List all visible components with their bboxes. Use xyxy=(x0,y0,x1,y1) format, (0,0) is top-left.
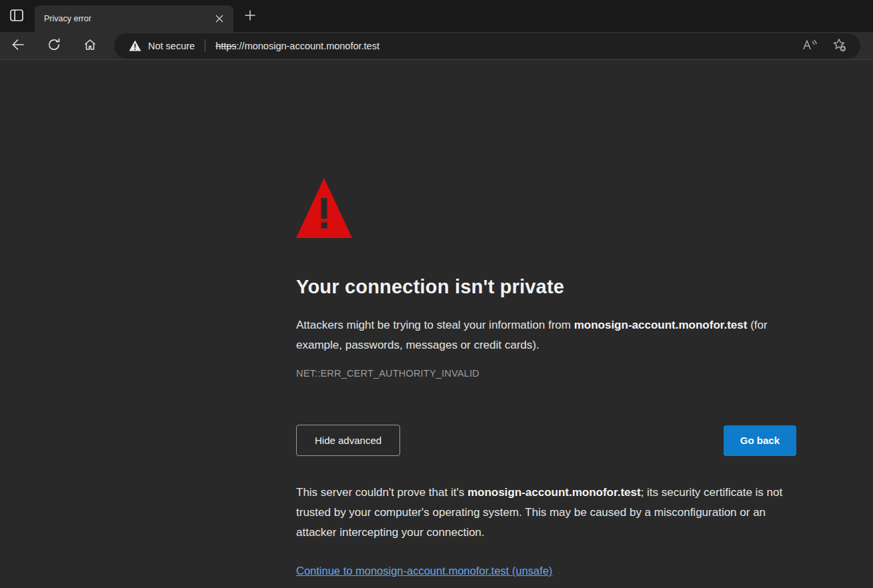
advanced-detail-domain: monosign-account.monofor.test xyxy=(468,486,641,499)
tab-privacy-error[interactable]: Privacy error xyxy=(35,5,233,32)
error-page: Your connection isn't private Attackers … xyxy=(0,60,873,587)
error-code: NET::ERR_CERT_AUTHORITY_INVALID xyxy=(296,368,796,379)
hide-advanced-button[interactable]: Hide advanced xyxy=(296,425,400,456)
new-tab-button[interactable] xyxy=(239,5,261,27)
refresh-icon xyxy=(47,38,61,53)
plus-icon xyxy=(245,10,255,23)
read-aloud-button[interactable] xyxy=(799,35,820,57)
add-favorite-button[interactable] xyxy=(828,35,850,57)
read-aloud-icon xyxy=(802,39,817,53)
tab-strip: Privacy error xyxy=(0,0,873,32)
refresh-button[interactable] xyxy=(43,35,65,57)
security-status-label[interactable]: Not secure xyxy=(148,41,195,51)
go-back-button[interactable]: Go back xyxy=(724,425,796,456)
action-buttons-row: Hide advanced Go back xyxy=(296,425,796,456)
tab-actions-menu-icon xyxy=(10,9,23,23)
continue-unsafe-link[interactable]: Continue to monosign-account.monofor.tes… xyxy=(296,565,552,577)
tab-title: Privacy error xyxy=(44,14,211,23)
url-separator xyxy=(205,39,205,52)
back-button[interactable] xyxy=(7,35,29,57)
advanced-detail-text: This server couldn't prove that it's mon… xyxy=(296,483,793,543)
danger-triangle-icon xyxy=(296,178,352,238)
back-arrow-icon xyxy=(11,38,25,53)
home-icon xyxy=(83,38,97,53)
navigation-toolbar: Not secure https://monosign-account.mono… xyxy=(0,32,873,60)
tab-actions-menu-button[interactable] xyxy=(3,3,30,29)
url-host: ://monosign-account.monofor.test xyxy=(237,41,379,51)
page-title: Your connection isn't private xyxy=(296,276,796,298)
close-icon[interactable] xyxy=(211,10,228,27)
error-content: Your connection isn't private Attackers … xyxy=(296,60,796,577)
address-bar[interactable]: Not secure https://monosign-account.mono… xyxy=(114,33,860,59)
advanced-detail-before: This server couldn't prove that it's xyxy=(296,486,468,499)
star-add-icon xyxy=(832,38,846,54)
home-button[interactable] xyxy=(79,35,101,57)
attack-warning-domain: monosign-account.monofor.test xyxy=(574,319,748,331)
attack-warning-text: Attackers might be trying to steal your … xyxy=(296,315,793,355)
url-scheme: https xyxy=(215,41,236,51)
attack-warning-before: Attackers might be trying to steal your … xyxy=(296,319,574,331)
url-text[interactable]: https://monosign-account.monofor.test xyxy=(215,41,379,51)
warning-triangle-icon[interactable] xyxy=(129,40,141,51)
